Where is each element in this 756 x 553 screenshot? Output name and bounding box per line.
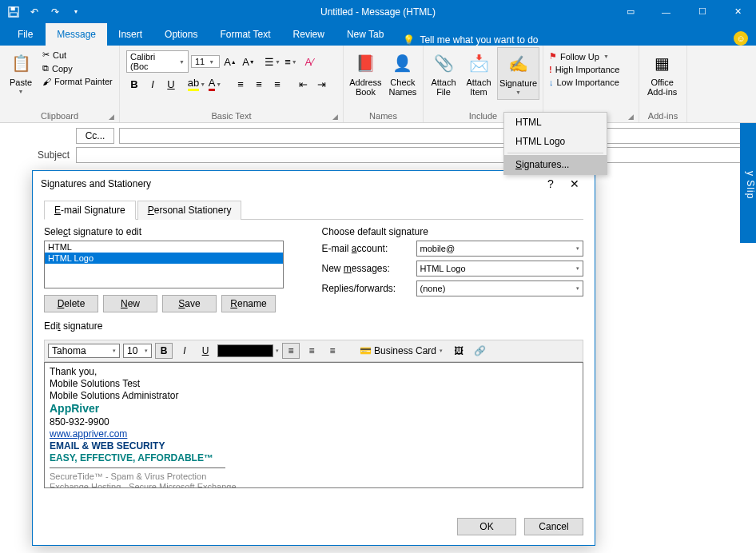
subject-input[interactable] [76, 147, 748, 163]
new-messages-select[interactable]: HTML Logo▾ [416, 261, 584, 276]
low-importance-button[interactable]: ↓Low Importance [547, 77, 622, 88]
undo-icon[interactable]: ↶ [26, 3, 43, 21]
copy-button[interactable]: ⧉Copy [40, 62, 115, 74]
signature-button[interactable]: ✍ Signature ▼ [497, 47, 539, 100]
tab-file[interactable]: File [5, 23, 46, 46]
basic-text-group-label: Basic Text [212, 111, 252, 121]
bold-button[interactable]: B [126, 76, 142, 92]
format-painter-button[interactable]: 🖌Format Painter [40, 76, 115, 87]
cc-button[interactable]: Cc... [76, 128, 114, 144]
maximize-button[interactable]: ☐ [684, 0, 720, 23]
highlight-button[interactable]: ab▼ [189, 76, 205, 92]
tab-insert[interactable]: Insert [107, 23, 153, 46]
quick-access-toolbar: ↶ ↷ ▼ [0, 0, 90, 23]
follow-up-button[interactable]: ⚑Follow Up▼ [547, 50, 611, 62]
dialog-close-button[interactable]: ✕ [563, 177, 587, 190]
list-item[interactable]: HTML [45, 241, 283, 253]
chevron-down-icon: ▾ [576, 265, 579, 272]
signature-list[interactable]: HTML HTML Logo [44, 241, 284, 288]
dialog-help-button[interactable]: ? [539, 177, 563, 190]
cc-input[interactable] [119, 128, 748, 144]
redo-icon[interactable]: ↷ [46, 3, 64, 21]
rename-button[interactable]: Rename [221, 295, 276, 312]
attach-item-button[interactable]: 📩 Attach Item [462, 47, 495, 100]
grow-font-button[interactable]: A▲ [222, 54, 238, 70]
tab-message[interactable]: Message [46, 23, 107, 46]
editor-bold-button[interactable]: B [155, 343, 173, 359]
office-addins-button[interactable]: ▦ Office Add-ins [643, 47, 682, 100]
high-importance-button[interactable]: !High Importance [547, 64, 622, 75]
tell-me-search[interactable]: 💡 Tell me what you want to do [395, 34, 546, 46]
menu-item-signatures[interactable]: Signatures... [504, 155, 607, 174]
increase-indent-button[interactable]: ⇥ [313, 76, 329, 92]
new-button[interactable]: New [103, 295, 157, 312]
editor-underline-button[interactable]: U [197, 343, 214, 359]
check-names-button[interactable]: 👤 Check Names [386, 47, 420, 100]
editor-size-select[interactable]: 10▾ [123, 344, 152, 358]
business-card-button[interactable]: 💳Business Card▾ [356, 343, 447, 359]
ok-button[interactable]: OK [457, 518, 516, 535]
decrease-indent-button[interactable]: ⇤ [295, 76, 311, 92]
cut-button[interactable]: ✂Cut [40, 49, 115, 61]
minimize-button[interactable]: — [648, 0, 684, 23]
dialog-launcher-icon[interactable]: ◢ [109, 113, 114, 121]
feedback-smiley-icon[interactable]: ☺ [734, 31, 748, 46]
dialog-launcher-icon[interactable]: ◢ [332, 113, 338, 121]
editor-color-well[interactable] [217, 344, 273, 357]
font-selector[interactable]: Calibri (Boc▼ [126, 50, 189, 73]
tab-review[interactable]: Review [282, 23, 336, 46]
tab-new-tab[interactable]: New Tab [336, 23, 395, 46]
underline-button[interactable]: U [163, 76, 179, 92]
editor-url: www.appriver.com [50, 428, 578, 440]
high-importance-label: High Importance [555, 65, 620, 74]
ribbon-display-icon[interactable]: ▭ [612, 0, 648, 23]
attach-file-label: Attach File [431, 78, 456, 97]
delete-button[interactable]: Delete [44, 295, 98, 312]
tab-options[interactable]: Options [153, 23, 209, 46]
signature-editor[interactable]: Thank you, Mobile Solutions Test Mobile … [44, 362, 583, 488]
email-account-select[interactable]: mobile@▾ [416, 241, 584, 257]
insert-link-button[interactable]: 🔗 [471, 343, 488, 359]
tab-email-signature[interactable]: E-mail Signature [44, 201, 136, 220]
list-item[interactable]: HTML Logo [45, 253, 283, 264]
bullets-button[interactable]: ☰▼ [265, 54, 281, 70]
tab-format-text[interactable]: Format Text [209, 23, 281, 46]
editor-italic-button[interactable]: I [176, 343, 193, 359]
svg-rect-1 [11, 6, 15, 10]
qat-customize-icon[interactable]: ▼ [67, 3, 85, 21]
clear-formatting-button[interactable]: A⁄ [301, 54, 317, 70]
editor-divider [50, 467, 225, 468]
scissors-icon: ✂ [42, 50, 50, 60]
menu-item-html[interactable]: HTML [504, 113, 607, 132]
editor-font-select[interactable]: Tahoma▾ [48, 344, 120, 358]
replies-forwards-select[interactable]: (none)▾ [416, 280, 584, 296]
save-button[interactable]: Save [162, 295, 217, 312]
save-icon[interactable] [5, 3, 22, 21]
paste-button[interactable]: 📋 Paste ▼ [3, 47, 38, 98]
italic-button[interactable]: I [145, 76, 161, 92]
font-size-selector[interactable]: 11▼ [191, 55, 220, 68]
address-book-button[interactable]: 📕 Address Book [347, 47, 384, 100]
editor-align-center-button[interactable]: ≡ [303, 343, 320, 359]
left-column: Select signature to edit HTML HTML Logo … [44, 226, 306, 312]
editor-align-right-button[interactable]: ≡ [324, 343, 341, 359]
chevron-down-icon[interactable]: ▾ [276, 348, 279, 354]
side-panel-tab[interactable]: y Slip [740, 123, 756, 243]
dialog-launcher-icon[interactable]: ◢ [628, 113, 634, 121]
tab-personal-stationery[interactable]: Personal Stationery [137, 201, 242, 220]
align-right-button[interactable]: ≡ [269, 76, 285, 92]
cancel-button[interactable]: Cancel [524, 518, 583, 535]
insert-picture-button[interactable]: 🖼 [450, 343, 468, 359]
chevron-down-icon: ▼ [209, 59, 214, 65]
shrink-font-button[interactable]: A▼ [241, 54, 257, 70]
tell-me-label: Tell me what you want to do [420, 34, 538, 46]
close-button[interactable]: ✕ [720, 0, 756, 23]
numbering-button[interactable]: ≡▼ [283, 54, 299, 70]
menu-item-html-logo[interactable]: HTML Logo [504, 132, 607, 151]
font-color-button[interactable]: A▼ [207, 76, 223, 92]
attach-file-button[interactable]: 📎 Attach File [427, 47, 460, 100]
editor-align-left-button[interactable]: ≡ [282, 343, 300, 359]
email-account-value: mobile@ [420, 244, 456, 253]
align-left-button[interactable]: ≡ [233, 76, 249, 92]
align-center-button[interactable]: ≡ [251, 76, 267, 92]
